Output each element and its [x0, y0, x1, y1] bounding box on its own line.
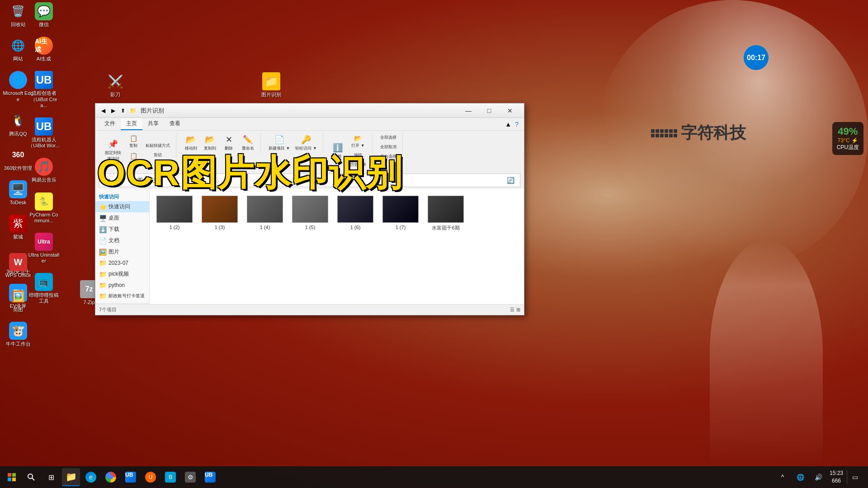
taskbar-time[interactable]: 15:23 666 [830, 469, 843, 485]
file-item-1-2[interactable]: 1 (2) [154, 193, 195, 234]
tab-share[interactable]: 共享 [142, 118, 164, 130]
taskbar-taskview-icon[interactable]: ⊞ [42, 468, 60, 486]
copyto-icon: 📂 [205, 135, 215, 145]
folder-2023-icon: 📁 [99, 259, 107, 267]
taskbar-uibot2-icon[interactable]: UB [201, 468, 219, 486]
icon-todesk: 🖥️ [9, 180, 27, 198]
sidebar-item-2023-07[interactable]: 📁 2023-07 [95, 258, 149, 268]
desktop-icon-wangyi[interactable]: 🎵 网易云音乐 [28, 158, 60, 183]
icon-label-tupian: 图片识别 [261, 92, 281, 98]
file-item-1-5[interactable]: 1 (5) [290, 193, 330, 234]
sidebar-item-quickaccess[interactable]: ⭐ 快速访问 [95, 201, 149, 212]
desktop-icon-pycharm[interactable]: 🐍 PyCharm Communi... [28, 192, 60, 224]
main-area: 快速访问 ⭐ 快速访问 🖥️ 桌面 ⬇️ 下载 📄 文档 🖼️ 图片 [95, 189, 524, 304]
desktop-icon-wps[interactable]: W WPS Office [2, 253, 34, 278]
status-bar-right: ☰ ⊞ [510, 307, 520, 313]
sidebar-item-docs[interactable]: 📄 文档 [95, 235, 149, 246]
chrome-icon [105, 472, 116, 483]
file-area: 1 (2) 1 (3) 1 (4) 1 (5) [150, 189, 524, 304]
copy-btn[interactable]: 📋 复制 [124, 133, 142, 150]
taskbar-uipath-icon[interactable]: U [142, 468, 160, 486]
sidebar-divider-1 [95, 303, 149, 304]
sidebar-item-pickvideo[interactable]: 📁 pick视频 [95, 268, 149, 280]
svg-point-4 [28, 474, 33, 479]
up-icon[interactable]: ⬆ [119, 107, 127, 115]
sidebar-item-desktop[interactable]: 🖥️ 桌面 [95, 212, 149, 224]
download-icon: ⬇️ [99, 226, 107, 233]
settings-icon: ⚙ [185, 472, 196, 483]
speaker-icon[interactable]: 🔊 [811, 470, 826, 484]
file-item-1-6[interactable]: 1 (6) [335, 193, 376, 234]
uibot1-icon: UB [125, 472, 136, 483]
file-item-1-3[interactable]: 1 (3) [199, 193, 240, 234]
file-item-shuifu[interactable]: 水富固干6期 [425, 193, 466, 234]
desktop-icon-niuniu[interactable]: 🐮 牛牛工作台 [2, 322, 34, 347]
docs-icon: 📄 [99, 237, 107, 244]
logo-dot-5 [669, 129, 673, 133]
desktop-icon-tupian[interactable]: 📁 图片识别 [255, 72, 287, 98]
sidebar-item-post[interactable]: 📁 邮政账号打卡签退 [95, 291, 149, 301]
view-list-icon[interactable]: ☰ [510, 307, 514, 313]
taskbar-chrome-icon[interactable] [102, 468, 120, 486]
view-grid-icon[interactable]: ⊞ [516, 307, 520, 313]
open-btn[interactable]: 📂 打开 ▼ [348, 133, 368, 150]
tray-arrow-icon[interactable]: ^ [775, 470, 790, 484]
desktop-icon-weixin[interactable]: 💬 微信 [28, 2, 60, 28]
file-name-1-3: 1 (3) [215, 225, 225, 230]
tab-view[interactable]: 查看 [164, 118, 186, 130]
sidebar-item-python[interactable]: 📁 python [95, 280, 149, 291]
close-button[interactable]: ✕ [500, 103, 520, 118]
overlay-title: OCR图片水印识别 [97, 149, 778, 198]
file-name-1-2: 1 (2) [170, 225, 180, 230]
help-icon[interactable]: ? [513, 119, 520, 130]
tab-home[interactable]: 主页 [121, 118, 142, 130]
select-all-btn[interactable]: 全部选择 [378, 133, 399, 142]
icon-label-wangzhan: 网站 [13, 56, 23, 62]
logo-dot-11 [669, 134, 673, 137]
desktop-icon-s: 🖥️ [99, 215, 107, 222]
sidebar-item-download[interactable]: ⬇️ 下载 [95, 224, 149, 235]
logo-dot-10 [665, 134, 668, 137]
network-icon[interactable]: 🌐 [793, 470, 808, 484]
taskbar-explorer-icon[interactable]: 📁 [62, 468, 80, 486]
file-item-1-7[interactable]: 1 (7) [380, 193, 421, 234]
desktop-icon-uibot-wor[interactable]: UB 流程机器人（UiBot Wor... [28, 117, 60, 149]
sidebar-item-pictures[interactable]: 🖼️ 图片 [95, 246, 149, 258]
icon-bibi: 📺 [35, 273, 53, 291]
desktop-icon-aisheng[interactable]: AI生成 AI生成 [28, 37, 60, 62]
desktop-icon-uibot-crea[interactable]: UB 流程创造者（UiBot Crea... [28, 71, 60, 108]
file-item-1-4[interactable]: 1 (4) [245, 193, 285, 234]
taskbar-uibot1-icon[interactable]: UB [122, 468, 140, 486]
taskbar-search-icon[interactable] [22, 468, 40, 486]
back-icon[interactable]: ◀ [99, 107, 107, 115]
uibot2-icon: UB [205, 472, 216, 483]
sidebar-label-download: 下载 [108, 225, 119, 233]
selectall-label: 全部选择 [380, 135, 396, 141]
desktop-icon-yingdao[interactable]: ⚔️ 影刀 [99, 72, 131, 98]
rename-icon: ✏️ [243, 135, 253, 145]
sidebar-label-pickvideo: pick视频 [108, 270, 129, 278]
delete-icon: ✕ [226, 135, 232, 145]
taskbar-bili-icon[interactable]: B [161, 468, 179, 486]
cpu-badge: 49% 73°C ⚡ CPU温度 [832, 122, 863, 155]
forward-icon[interactable]: ▶ [109, 107, 117, 115]
logo-dot-3 [660, 129, 664, 133]
logo-dot-9 [660, 134, 664, 137]
minimize-button[interactable]: — [458, 103, 479, 118]
icon-label-huijianji: 回收站 [11, 22, 26, 28]
ribbon-expand-icon[interactable]: ▲ [503, 119, 513, 130]
sidebar-label-quickaccess: 快速访问 [108, 203, 130, 211]
taskbar-edge-icon[interactable]: e [82, 468, 100, 486]
pin-icon: 📌 [108, 139, 118, 149]
icon-label-tencentqq: 腾讯QQ [9, 131, 27, 137]
desktop-icon-jiantu[interactable]: 🖼️ 简图 [2, 287, 34, 313]
sidebar-label-post: 邮政账号打卡签退 [108, 293, 145, 299]
system-tray: ^ 🌐 🔊 15:23 666 ▭ [771, 469, 866, 485]
icon-msedge: 🌐 [9, 71, 27, 89]
maximize-button[interactable]: □ [479, 103, 500, 118]
start-button[interactable] [2, 468, 21, 487]
show-desktop-icon[interactable]: ▭ [847, 470, 861, 484]
taskbar-settings-icon[interactable]: ⚙ [181, 468, 199, 486]
copy-icon: 📋 [130, 135, 137, 142]
tab-file[interactable]: 文件 [99, 118, 121, 130]
